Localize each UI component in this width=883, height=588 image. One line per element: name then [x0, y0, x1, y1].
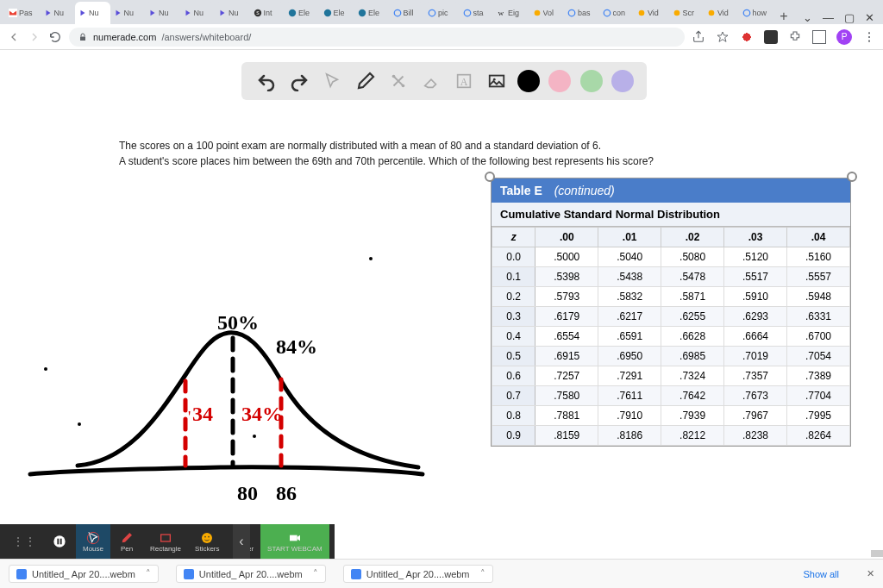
horizontal-scrollbar[interactable] — [0, 550, 883, 557]
browser-tab[interactable]: Vol — [529, 2, 565, 24]
eraser-button[interactable] — [419, 69, 443, 93]
back-icon[interactable] — [7, 30, 21, 44]
close-downloads-icon[interactable]: ✕ — [867, 568, 874, 579]
browser-tab[interactable]: Ele — [354, 2, 390, 24]
browser-tab[interactable]: Nu — [145, 2, 180, 24]
chevron-up-icon[interactable]: ˄ — [313, 568, 318, 579]
tab-label: Nu — [194, 9, 204, 17]
table-header-cell: .03 — [724, 228, 787, 247]
table-cell: .7673 — [724, 386, 787, 406]
address-bar: numerade.com/answers/whiteboard/ P — [0, 24, 883, 50]
download-chip[interactable]: Untitled_ Apr 20....webm˄ — [343, 565, 493, 583]
color-purple[interactable] — [611, 70, 634, 92]
svg-point-38 — [204, 535, 206, 537]
downloads-bar: Untitled_ Apr 20....webm˄Untitled_ Apr 2… — [0, 559, 883, 588]
table-cell: .8212 — [661, 426, 724, 446]
browser-tab[interactable]: Ele — [320, 2, 355, 24]
browser-tab[interactable]: how — [739, 2, 774, 24]
table-cell: 0.5 — [492, 347, 535, 366]
label-84: 84% — [276, 335, 317, 358]
svg-point-22 — [401, 84, 404, 88]
tools-button[interactable] — [386, 69, 410, 93]
file-icon — [184, 569, 194, 579]
browser-tab[interactable]: Nu — [41, 2, 76, 24]
forward-icon[interactable] — [28, 30, 41, 44]
reload-icon[interactable] — [48, 30, 62, 44]
browser-tab[interactable]: Nu — [110, 2, 146, 24]
browser-tab[interactable]: Pas — [5, 2, 41, 24]
z-table[interactable]: Table E (continued) Cumulative Standard … — [491, 178, 851, 447]
table-cell: 0.7 — [492, 386, 535, 406]
browser-tab[interactable]: Vid — [704, 2, 739, 24]
color-pink[interactable] — [548, 70, 571, 92]
table-header-cell: .04 — [787, 228, 850, 247]
share-icon[interactable] — [692, 30, 705, 44]
table-row: 0.1.5398.5438.5478.5517.5557 — [492, 267, 850, 287]
maximize-icon[interactable]: ▢ — [844, 11, 855, 24]
table-row: 0.4.6554.6591.6628.6664.6700 — [492, 327, 850, 347]
browser-tab[interactable]: pic — [424, 2, 460, 24]
color-black[interactable] — [517, 70, 540, 92]
browser-tab[interactable]: Scr — [669, 2, 705, 24]
table-cell: .5120 — [724, 247, 787, 267]
pen-button[interactable] — [354, 69, 378, 93]
table-cell: .5398 — [535, 267, 598, 287]
tab-favicon — [323, 9, 332, 17]
browser-tab[interactable]: Bill — [390, 2, 425, 24]
browser-tab[interactable]: Ele — [285, 2, 320, 24]
browser-tab[interactable]: con — [599, 2, 635, 24]
svg-rect-17 — [80, 36, 85, 41]
image-button[interactable] — [485, 69, 509, 93]
chevron-down-icon[interactable]: ⌄ — [803, 11, 812, 24]
tab-label: Eig — [508, 9, 519, 17]
star-icon[interactable] — [716, 30, 730, 44]
browser-tab[interactable]: WEig — [494, 2, 529, 24]
svg-text:': ' — [188, 409, 191, 426]
undo-button[interactable] — [254, 69, 279, 93]
browser-tab[interactable]: SInt — [250, 2, 285, 24]
browser-tab[interactable]: sta — [460, 2, 495, 24]
minimize-icon[interactable]: — — [823, 11, 834, 24]
url-input[interactable]: numerade.com/answers/whiteboard/ — [69, 28, 685, 47]
browser-tab[interactable]: bas — [564, 2, 599, 24]
table-title-bar: Table E (continued) — [492, 178, 850, 203]
chevron-up-icon[interactable]: ˄ — [480, 568, 485, 579]
pointer-button[interactable] — [320, 69, 344, 93]
svg-point-35 — [87, 532, 98, 543]
download-chip[interactable]: Untitled_ Apr 20....webm˄ — [9, 565, 159, 583]
browser-tab[interactable]: Vid — [634, 2, 669, 24]
chevron-up-icon[interactable]: ˄ — [146, 568, 151, 579]
table-row: 0.8.7881.7910.7939.7967.7995 — [492, 406, 850, 426]
kebab-icon[interactable] — [862, 30, 876, 44]
table-cell: .5080 — [661, 247, 724, 267]
redo-button[interactable] — [287, 69, 311, 93]
browser-tab[interactable]: Nu — [75, 2, 110, 24]
browser-tab[interactable]: Nu — [215, 2, 250, 24]
color-green[interactable] — [580, 70, 603, 92]
svg-point-39 — [208, 535, 210, 537]
text-button[interactable]: A — [452, 69, 476, 93]
table-cell: .6664 — [724, 327, 787, 347]
svg-rect-36 — [161, 535, 171, 541]
extension-icon-1[interactable] — [740, 30, 754, 44]
extensions-icon[interactable] — [788, 30, 802, 44]
close-icon[interactable]: ✕ — [865, 11, 874, 24]
svg-rect-33 — [57, 538, 59, 544]
show-all-downloads[interactable]: Show all — [803, 569, 839, 579]
tab-favicon — [428, 9, 436, 17]
extension-icon-3[interactable] — [812, 30, 826, 44]
extension-icon-2[interactable] — [764, 30, 778, 44]
download-chip[interactable]: Untitled_ Apr 20....webm˄ — [176, 565, 326, 583]
new-tab-button[interactable]: + — [773, 9, 794, 24]
resize-handle-nw[interactable] — [485, 172, 495, 182]
resize-handle-ne[interactable] — [847, 172, 857, 182]
table-cell: 0.4 — [492, 327, 535, 347]
profile-avatar[interactable]: P — [836, 29, 852, 45]
table-cell: .7054 — [787, 347, 850, 366]
drawing-canvas[interactable]: 50% 84% 34 34% 80 86 ' — [26, 241, 448, 500]
browser-tab[interactable]: Nu — [180, 2, 216, 24]
tab-favicon — [358, 9, 366, 17]
table-cell: .6179 — [535, 307, 598, 327]
pause-icon — [53, 535, 66, 548]
tab-label: Ele — [334, 9, 345, 17]
